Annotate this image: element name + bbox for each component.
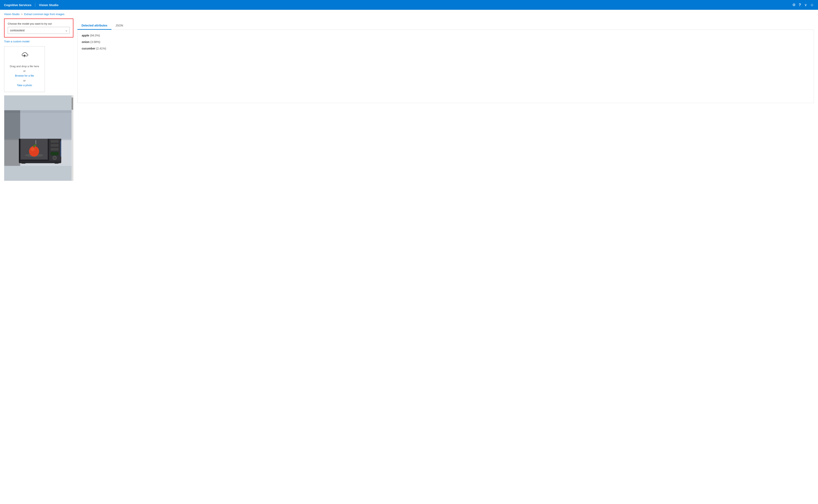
svg-rect-19 [51,152,59,155]
tabs-bar: Detected attributes JSON [77,22,814,30]
svg-rect-18 [51,148,59,150]
browse-file-link[interactable]: Browse for a file [15,74,34,77]
attribute-pct-apple: (94.0%) [90,34,100,37]
header-branding: Cognitive Services Vision Studio [4,3,58,7]
tab-detected-attributes[interactable]: Detected attributes [77,22,111,30]
model-select-wrapper: contosotest default [8,27,70,34]
drag-drop-text: Drag and drop a file here [8,64,41,69]
product-name: Vision Studio [39,3,58,7]
svg-rect-16 [51,140,59,143]
take-photo-link[interactable]: Take a photo [17,84,32,87]
attribute-name-onion: onion [82,40,89,44]
left-panel: Choose the model you want to try out con… [4,19,73,181]
breadcrumb-home[interactable]: Vision Studio [4,13,20,16]
help-icon[interactable] [799,3,801,7]
chevron-down-icon[interactable] [804,3,807,7]
header-divider [35,3,35,7]
image-preview-container [4,95,73,181]
main-content: Choose the model you want to try out con… [0,19,818,185]
upload-area[interactable]: Drag and drop a file here or Browse for … [4,46,45,92]
svg-rect-23 [55,163,59,164]
model-chooser-label: Choose the model you want to try out [8,22,70,25]
model-select[interactable]: contosotest default [8,27,70,34]
right-panel: Detected attributes JSON apple (94.0%) o… [77,19,814,181]
app-header: Cognitive Services Vision Studio [0,0,818,10]
train-custom-model-link[interactable]: Train a custom model [4,40,73,43]
attributes-panel: Detected attributes JSON apple (94.0%) o… [77,22,814,103]
svg-point-21 [53,156,56,159]
upload-icon [8,51,41,62]
attributes-content: apple (94.0%) onion (3.58%) cucumber (2.… [77,30,814,103]
tab-json[interactable]: JSON [111,22,127,30]
attribute-pct-cucumber: (2.41%) [96,47,106,50]
scrollbar-thumb[interactable] [72,98,73,110]
attribute-row-onion: onion (3.58%) [82,40,810,44]
attribute-pct-onion: (3.58%) [90,40,100,44]
attribute-row-cucumber: cucumber (2.41%) [82,47,810,50]
svg-rect-17 [51,144,59,147]
svg-rect-26 [4,110,20,166]
breadcrumb-separator: > [21,13,23,16]
svg-point-11 [31,147,35,151]
attribute-row-apple: apple (94.0%) [82,34,810,37]
app-name: Cognitive Services [4,3,31,7]
model-chooser-box: Choose the model you want to try out con… [4,19,73,37]
scrollbar[interactable] [72,96,73,181]
attribute-name-cucumber: cucumber [82,47,95,50]
image-preview [4,96,73,181]
header-actions [792,3,814,7]
breadcrumb-current: Extract common tags from images [24,13,64,16]
svg-rect-22 [22,163,26,164]
attribute-name-apple: apple [82,34,89,37]
upload-or-1: or [8,69,41,73]
svg-rect-8 [35,140,36,144]
account-icon[interactable] [810,3,814,7]
svg-rect-27 [61,141,61,157]
breadcrumb: Vision Studio > Extract common tags from… [0,10,818,19]
gear-icon[interactable] [792,3,796,7]
upload-or-2: or [8,78,41,83]
